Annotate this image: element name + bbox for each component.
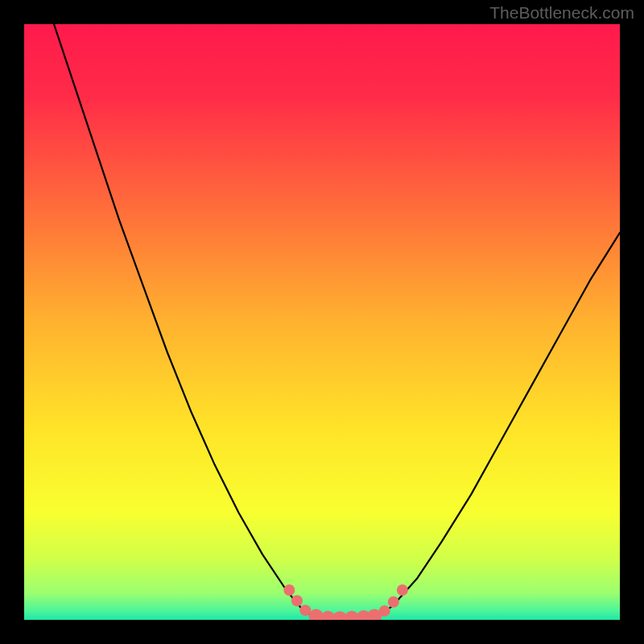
data-marker [379, 605, 390, 617]
gradient-background [24, 24, 620, 620]
plot-area [24, 24, 620, 620]
data-marker [291, 595, 303, 606]
outer-frame: TheBottleneck.com [0, 0, 644, 644]
data-marker [397, 584, 408, 596]
data-marker [388, 597, 399, 608]
attribution-text: TheBottleneck.com [489, 3, 634, 23]
data-marker [283, 584, 295, 596]
chart-canvas [24, 24, 620, 620]
